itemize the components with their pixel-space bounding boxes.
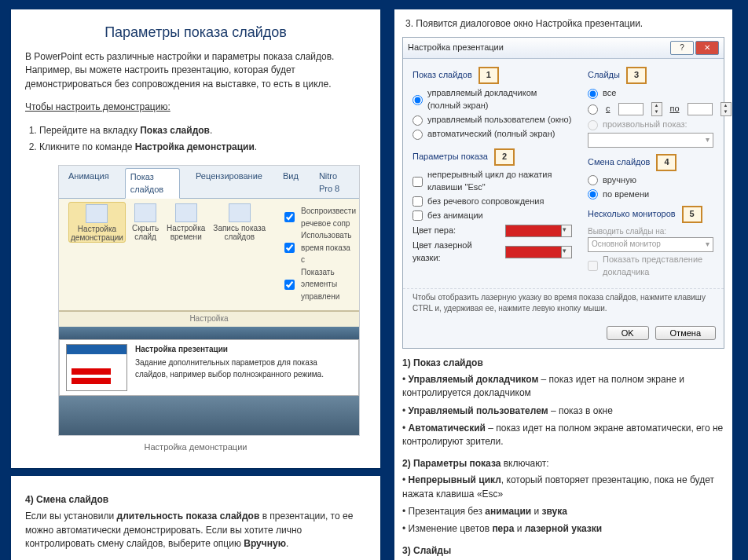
page-title: Параметры показа слайдов [25, 22, 366, 42]
sec3-heading: 3) Слайды [402, 544, 724, 558]
ribbon-screenshot: Анимация Показ слайдов Рецензирование Ви… [58, 165, 360, 435]
radio-range[interactable] [588, 104, 598, 115]
right-lead: 3. Появится диалоговое окно Настройка пр… [405, 17, 721, 31]
sec1-b3: • Автоматический – показ идет на полном … [402, 422, 724, 449]
left-top-card: Параметры показа слайдов В PowerPoint ес… [11, 9, 380, 468]
screenshot-caption: Настройка демонстрации [25, 441, 366, 454]
to-spinner[interactable]: ▲▼ [720, 102, 732, 116]
radio-range-row: с ▲▼ по ▲▼ [588, 102, 732, 116]
dialog-titlebar: Настройка презентации ? ✕ [403, 38, 724, 59]
callout-4: 4 [656, 154, 676, 171]
monitor-select[interactable]: Основной монитор▾ [588, 237, 713, 252]
howto-heading: Чтобы настроить демонстрацию: [25, 101, 366, 114]
cancel-button[interactable]: Отмена [655, 326, 716, 340]
tab-view[interactable]: Вид [278, 168, 303, 198]
group-show: Показ слайдов 1 [412, 67, 572, 84]
callout-1: 1 [478, 67, 499, 84]
from-spinner[interactable]: ▲▼ [651, 102, 662, 116]
right-card: 3. Появится диалоговое окно Настройка пр… [394, 9, 732, 560]
sec2-heading: 2) Параметры показа включают: [402, 457, 724, 470]
chk-presenter-view[interactable]: Показать представление докладчика [588, 254, 732, 279]
to-input[interactable] [688, 103, 713, 115]
help-button[interactable]: ? [670, 41, 694, 55]
section-4-text: Если вы установили длительность показа с… [25, 510, 366, 551]
dialog: Настройка презентации ? ✕ Показ слайдов … [402, 37, 724, 348]
steps-list: Перейдите на вкладку Показ слайдов. Клик… [39, 124, 366, 155]
callout-3: 3 [626, 67, 647, 84]
chk-controls[interactable]: Показать элементы управлени [281, 266, 356, 303]
page-root: Параметры показа слайдов В PowerPoint ес… [0, 0, 748, 560]
pen-color-picker[interactable] [505, 225, 572, 237]
step-2: Кликните по команде Настройка демонстрац… [39, 141, 366, 154]
clock-icon [175, 203, 197, 222]
callout-5: 5 [682, 206, 702, 223]
custom-select[interactable]: ▾ [588, 133, 713, 148]
callout-2: 2 [494, 148, 515, 166]
close-button[interactable]: ✕ [695, 41, 719, 55]
step-1: Перейдите на вкладку Показ слайдов. [39, 124, 366, 137]
pen-color-row: Цвет пера: [412, 225, 572, 237]
sec1-b2: • Управляемый пользователем – показ в ок… [402, 404, 724, 418]
left-bottom-card: 4) Смена слайдов Если вы установили длит… [11, 476, 380, 560]
sec1-heading: 1) Показ слайдов [402, 357, 724, 370]
laser-color-row: Цвет лазерной указки: [412, 240, 572, 265]
record-icon [229, 203, 251, 222]
ribbon-btn-timing[interactable]: Настройка времени [165, 202, 207, 243]
ribbon-btn-setup[interactable]: Настройка демонстрации [68, 202, 126, 243]
radio-manual[interactable]: вручную [588, 174, 732, 187]
chk-no-animation[interactable]: без анимации [412, 210, 572, 222]
laser-color-picker[interactable] [505, 246, 572, 258]
chk-no-narration[interactable]: без речевого сопровождения [412, 196, 572, 208]
dialog-title-text: Настройка презентации [408, 42, 504, 54]
ribbon-tabs: Анимация Показ слайдов Рецензирование Ви… [59, 166, 359, 199]
radio-auto[interactable]: автоматический (полный экран) [412, 128, 572, 141]
group-slides: Слайды 3 [588, 67, 732, 84]
intro-text: В PowerPoint есть различные настройки и … [25, 50, 366, 91]
group-advance: Смена слайдов 4 [588, 154, 732, 171]
tab-review[interactable]: Рецензирование [191, 168, 267, 198]
from-input[interactable] [618, 103, 644, 115]
hide-slide-icon [134, 203, 156, 222]
tooltip-body: Задание дополнительных параметров для по… [135, 357, 352, 380]
radio-custom[interactable]: произвольный показ: [588, 119, 732, 131]
radio-time[interactable]: по времени [588, 188, 732, 201]
radio-window[interactable]: управляемый пользователем (окно) [412, 114, 572, 126]
ribbon-checkboxes: Воспроизвести речевое сопр Использовать … [275, 202, 360, 306]
sec2-b2: • Презентация без анимации и звука [402, 505, 724, 518]
sec2-b1: • Непрерывный цикл, который повторяет пр… [402, 474, 724, 501]
tab-animation[interactable]: Анимация [64, 168, 114, 198]
ribbon-body: Настройка демонстрации Скрыть слайд Наст… [59, 199, 359, 311]
group-monitors: Несколько мониторов 5 [588, 206, 732, 223]
chk-timing[interactable]: Использовать время показа с [281, 229, 356, 266]
section-4-heading: 4) Смена слайдов [25, 493, 366, 507]
chk-loop[interactable]: непрерывный цикл до нажатия клавиши "Esc… [412, 169, 572, 194]
ribbon-group-label: Настройка [59, 311, 359, 327]
dialog-note: Чтобы отобразить лазерную указку во врем… [403, 288, 724, 321]
monitor-label: Выводить слайды на: [588, 226, 732, 238]
radio-all[interactable]: все [588, 87, 732, 100]
chk-narration[interactable]: Воспроизвести речевое сопр [281, 205, 356, 229]
group-params: Параметры показа 2 [412, 148, 572, 166]
sec2-b3: • Изменение цветов пера и лазерной указк… [402, 522, 724, 536]
desktop-icon [86, 204, 108, 223]
radio-presenter[interactable]: управляемый докладчиком (полный экран) [412, 87, 572, 112]
tab-nitro[interactable]: Nitro Pro 8 [314, 168, 354, 198]
tab-slideshow[interactable]: Показ слайдов [125, 168, 180, 199]
tooltip-thumbnail [66, 344, 127, 391]
ribbon-btn-hide[interactable]: Скрыть слайд [130, 202, 160, 243]
tooltip-title: Настройка презентации [135, 344, 352, 356]
ok-button[interactable]: OK [607, 326, 649, 340]
sec1-b1: • Управляемый докладчиком – показ идет н… [402, 373, 724, 401]
ribbon-btn-record[interactable]: Запись показа слайдов [211, 202, 267, 243]
tooltip-popup: Настройка презентации Задание дополнител… [59, 339, 359, 396]
